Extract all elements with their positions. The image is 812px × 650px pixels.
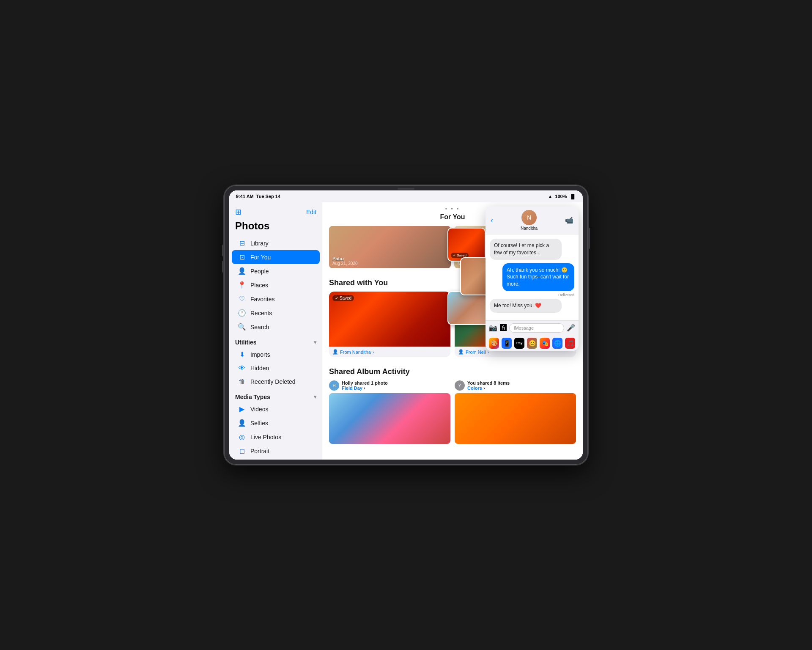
sidebar-item-for-you[interactable]: ⊡ For You xyxy=(232,250,320,264)
memoji-icon[interactable]: 😊 xyxy=(527,338,537,349)
audio-icon[interactable]: 🎤 xyxy=(567,324,575,332)
search-icon: 🔍 xyxy=(238,323,246,331)
holly-thumb[interactable] xyxy=(329,393,450,444)
media-types-title: Media Types xyxy=(235,394,270,400)
media-types-chevron: ▾ xyxy=(314,394,316,400)
imports-icon: ⬇ xyxy=(238,350,246,358)
volume-down-button[interactable] xyxy=(222,261,224,273)
sidebar-item-videos[interactable]: ▶ Videos xyxy=(232,402,320,416)
cascade-peppers: ✓ Saved xyxy=(447,228,486,262)
videos-icon: ▶ xyxy=(238,405,246,413)
you-thumb[interactable] xyxy=(455,393,576,444)
you-header: Y You shared 8 items Colors › xyxy=(455,380,576,393)
search-label: Search xyxy=(250,324,269,331)
music-icon[interactable]: 🎵 xyxy=(565,338,575,349)
sidebar-item-recents[interactable]: 🕐 Recents xyxy=(232,306,320,320)
photos-app-icon[interactable]: 🎨 xyxy=(489,338,499,349)
messages-overlay: ‹ N Nanditha 📹 Of course! Let me pick a … xyxy=(486,207,579,351)
sidebar-item-imports[interactable]: ⬇ Imports xyxy=(232,347,320,361)
imports-label: Imports xyxy=(250,351,270,358)
patio-date: Aug 21, 2020 xyxy=(332,261,358,266)
facetime-video-icon[interactable]: 📹 xyxy=(565,216,573,224)
people-label: People xyxy=(250,268,269,275)
sidebar-item-live-photos[interactable]: ◎ Live Photos xyxy=(232,430,320,444)
holly-action: shared 1 photo xyxy=(354,380,388,386)
people-icon: 👤 xyxy=(238,267,246,275)
album-activity-row: H Holly shared 1 photo Field Day › xyxy=(322,380,583,449)
wifi-icon: ▲ xyxy=(548,194,552,199)
sidebar-item-hidden[interactable]: 👁 Hidden xyxy=(232,361,320,375)
patio-title: Patio xyxy=(332,256,358,261)
sidebar-header: ⊞ Edit xyxy=(229,206,322,220)
more-apps-icon[interactable]: 🌐 xyxy=(552,338,562,349)
app-store-icon[interactable]: 🅰 xyxy=(500,324,507,332)
you-chevron: › xyxy=(483,386,485,391)
live-photos-label: Live Photos xyxy=(250,434,281,441)
volume-up-button[interactable] xyxy=(222,245,224,256)
you-action: shared 8 items xyxy=(477,380,510,386)
sidebar-item-places[interactable]: 📍 Places xyxy=(232,278,320,292)
you-text: You shared 8 items Colors › xyxy=(467,380,510,391)
battery-icon: ▐▌ xyxy=(569,194,576,199)
stickers-icon[interactable]: 🎭 xyxy=(540,338,550,349)
message-sent-1: Ah, thank you so much! 🙂 Such fun trips–… xyxy=(502,263,574,291)
recents-icon: 🕐 xyxy=(238,309,246,317)
media-types-section-header[interactable]: Media Types ▾ xyxy=(229,388,322,402)
hidden-icon: 👁 xyxy=(238,364,246,372)
sidebar-item-slo-mo[interactable]: ✳ Slo-mo xyxy=(232,458,320,460)
utilities-chevron: ▾ xyxy=(314,339,316,345)
sidebar-item-favorites[interactable]: ♡ Favorites xyxy=(232,292,320,306)
contact-name: Nanditha xyxy=(521,226,538,231)
sidebar-item-portrait[interactable]: ◻ Portrait xyxy=(232,444,320,458)
live-photos-icon: ◎ xyxy=(238,433,246,441)
grid-icon[interactable]: ⊞ xyxy=(235,207,241,217)
messages-apps-row: 🎨 📱 Pay 😊 🎭 🌐 🎵 xyxy=(486,335,579,351)
contact-avatar: N xyxy=(521,210,537,225)
date: Tue Sep 14 xyxy=(256,194,280,199)
sidebar-item-people[interactable]: 👤 People xyxy=(232,264,320,278)
imessage-input[interactable]: iMessage xyxy=(509,323,564,333)
places-icon: 📍 xyxy=(238,281,246,289)
message-received-1: Of course! Let me pick a few of my favor… xyxy=(490,239,562,260)
camera-icon[interactable]: 📷 xyxy=(489,324,497,332)
ipad-screen: 9:41 AM Tue Sep 14 ▲ 100% ▐▌ ⊞ Edit P xyxy=(229,190,583,460)
messages-back-button[interactable]: ‹ xyxy=(491,216,493,225)
status-right: ▲ 100% ▐▌ xyxy=(548,194,576,199)
holly-header: H Holly shared 1 photo Field Day › xyxy=(329,380,450,393)
videos-label: Videos xyxy=(250,406,269,413)
places-label: Places xyxy=(250,282,268,289)
messages-input-bar: 📷 🅰 iMessage 🎤 xyxy=(486,320,579,335)
selfies-label: Selfies xyxy=(250,420,268,427)
you-album[interactable]: Colors xyxy=(467,386,482,391)
sidebar-item-search[interactable]: 🔍 Search xyxy=(232,320,320,334)
person-icon-neil: 👤 xyxy=(458,349,464,355)
messages-body: Of course! Let me pick a few of my favor… xyxy=(486,234,579,320)
edit-button[interactable]: Edit xyxy=(306,209,316,215)
person-icon-nanditha: 👤 xyxy=(332,349,338,355)
photos-title: Photos xyxy=(229,220,322,236)
selfies-icon: 👤 xyxy=(238,419,246,427)
holly-chevron: › xyxy=(364,386,365,391)
battery: 100% xyxy=(555,194,567,199)
sidebar-item-library[interactable]: ⊟ Library xyxy=(232,236,320,250)
time: 9:41 AM xyxy=(236,194,254,199)
power-button[interactable] xyxy=(588,228,590,249)
for-you-label: For You xyxy=(250,254,271,261)
shared-card-peppers[interactable]: ✓ Saved 👤 From Nanditha › xyxy=(329,292,450,357)
app-store-app-icon[interactable]: 📱 xyxy=(502,338,512,349)
sidebar-item-selfies[interactable]: 👤 Selfies xyxy=(232,416,320,430)
recents-label: Recents xyxy=(250,310,272,317)
library-icon: ⊟ xyxy=(238,239,246,247)
peppers-from[interactable]: 👤 From Nanditha › xyxy=(329,347,450,357)
apple-pay-icon[interactable]: Pay xyxy=(514,338,524,349)
sidebar-item-recently-deleted[interactable]: 🗑 Recently Deleted xyxy=(232,375,320,388)
you-name: You xyxy=(467,380,476,386)
portrait-icon: ◻ xyxy=(238,447,246,455)
you-avatar: Y xyxy=(455,380,465,391)
umbrella-from-label: From Neil xyxy=(466,350,486,355)
utilities-section-header[interactable]: Utilities ▾ xyxy=(229,334,322,347)
hidden-label: Hidden xyxy=(250,365,269,372)
patio-photo[interactable]: Patio Aug 21, 2020 xyxy=(329,226,451,268)
patio-label: Patio Aug 21, 2020 xyxy=(332,256,358,266)
holly-album[interactable]: Field Day xyxy=(342,386,362,391)
